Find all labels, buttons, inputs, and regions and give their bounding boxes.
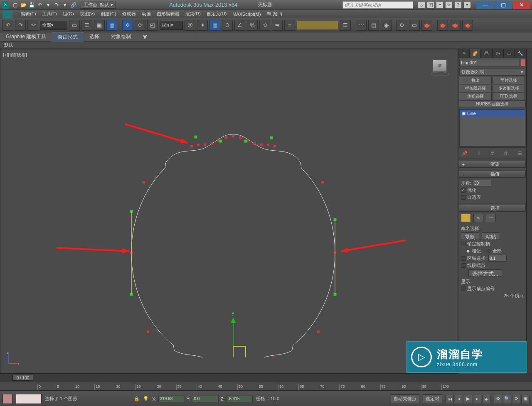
play-icon[interactable]: ▶ [464,395,472,403]
create-tab-icon[interactable]: ✳ [458,49,470,58]
viewport-canvas[interactable] [0,49,443,357]
goto-end-icon[interactable]: ⏭ [482,395,490,403]
select-name-button[interactable]: ☰ [81,20,92,31]
mod-btn-ffdsel[interactable]: FFD 选择 [492,93,525,100]
render-frame-button[interactable]: ▭ [409,20,420,31]
mod-btn-nurbs[interactable]: NURBS 曲面选择 [459,100,526,108]
menu-help[interactable]: 帮助(H) [267,11,282,17]
viewcube-face[interactable]: 前 [433,59,447,72]
key-icon[interactable]: ⚿ [427,2,434,8]
rollout-selection-header[interactable]: - 选择 [459,205,526,212]
menu-grapheditors[interactable]: 图形编辑器 [157,11,180,17]
select-by-button[interactable]: 选择方式... [468,269,502,277]
new-icon[interactable]: ▢ [12,2,18,8]
mod-btn-polysel[interactable]: 多边形选择 [492,85,525,92]
lock-selection-icon[interactable]: 🔒 [134,396,140,401]
expand-icon[interactable]: ▣ [461,110,466,116]
pin-stack-icon[interactable]: 📌 [461,149,468,157]
search-input[interactable] [342,1,413,9]
menu-views[interactable]: 视图(V) [80,11,95,17]
time-ruler[interactable]: 05 1015 2025 3035 4045 5055 6065 7075 80… [0,382,532,390]
motion-tab-icon[interactable]: ◷ [493,49,504,58]
orbit-icon[interactable]: ⟳ [512,395,520,403]
show-end-result-icon[interactable]: Ⅱ [475,149,482,157]
close-button[interactable]: ✕ [513,1,530,9]
redo-icon[interactable]: ↷ [53,2,60,8]
ribbon-sub-label[interactable]: 默认 [4,42,13,48]
spinner-snap-button[interactable]: ⟲ [259,20,270,31]
selected-key-button[interactable]: 选定对 [423,394,442,403]
app-icon[interactable]: 3 [2,1,9,9]
autokey-button[interactable]: 自动关键点 [391,394,419,403]
render-setup-button[interactable]: ⚙ [397,20,407,31]
scale-button[interactable]: ◰ [147,20,158,31]
object-color-swatch[interactable] [521,59,525,66]
segment-end-checkbox[interactable] [461,263,466,268]
make-unique-icon[interactable]: ∀ [489,149,496,157]
rollout-interp-header[interactable]: - 插值 [459,171,526,178]
mod-btn-extrude[interactable]: 挤出 [459,77,492,84]
ribbon-tab-selection[interactable]: 选择 [84,32,105,42]
z-field[interactable] [226,396,253,402]
menu-create[interactable]: 创建(C) [101,11,116,17]
rollout-render-header[interactable]: + 渲染 [459,161,526,168]
hierarchy-tab-icon[interactable]: 品 [481,49,492,58]
menu-edit[interactable]: 编辑(E) [21,11,36,17]
ribbon-tab-objectpaint[interactable]: 对象绘制 [105,32,137,42]
favorite-icon[interactable]: ☆ [446,2,452,8]
zoom-icon[interactable]: 🔍 [503,395,511,403]
steps-spinner[interactable] [473,180,491,186]
area-select-checkbox[interactable] [461,256,466,261]
undo-button[interactable]: ↶ [2,20,13,31]
prev-frame-icon[interactable]: ◂ [455,395,463,403]
lock-handles-checkbox[interactable] [461,242,466,246]
viewcube[interactable]: 前 [431,58,449,76]
redo-button[interactable]: ↷ [15,20,26,31]
select-object-button[interactable]: ▭ [69,20,80,31]
x-field[interactable] [158,396,185,402]
link-button[interactable]: ⫘ [27,20,38,31]
help-icon[interactable]: ? [455,2,461,8]
isolate-icon[interactable]: 💡 [143,396,149,401]
mod-btn-splinesel[interactable]: 样条线选择 [459,85,492,92]
time-slider[interactable]: 0 / 100 [12,375,33,381]
mirror-button[interactable]: ⇋ [272,20,283,31]
display-tab-icon[interactable]: ▭ [504,49,515,58]
minimize-button[interactable]: — [476,1,494,9]
percent-snap-button[interactable]: % [247,20,258,31]
named-selection-set[interactable] [297,21,338,30]
show-vertex-numbers-checkbox[interactable] [461,286,466,291]
similar-radio[interactable] [466,249,470,253]
remove-mod-icon[interactable]: 🗑 [502,149,510,157]
segment-level-icon[interactable]: ∿ [473,214,483,222]
viewcube-compass[interactable] [431,72,449,76]
utilities-tab-icon[interactable]: 🔧 [515,49,526,58]
teapot-icon[interactable]: 🫖 [450,20,461,31]
next-frame-icon[interactable]: ▸ [473,395,481,403]
render-button[interactable]: 🫖 [421,20,432,31]
mod-btn-patchsel[interactable]: 面片选择 [492,77,525,84]
maximize-button[interactable]: ▢ [495,1,512,9]
panel-gutter[interactable] [526,49,532,374]
modifier-list-dropdown[interactable]: 修改器列表▾ [459,68,525,76]
menu-modifiers[interactable]: 修改器 [122,11,136,17]
area-select-spinner[interactable] [488,255,507,262]
menu-tools[interactable]: 工具(T) [42,11,57,17]
pivot-button[interactable]: ⦿ [185,20,195,31]
quick-render-button[interactable]: 🫖 [437,20,448,31]
optimize-checkbox[interactable] [461,188,466,193]
link-icon[interactable]: 🔗 [70,2,76,8]
mod-btn-volsel[interactable]: 体积选择 [459,93,492,100]
time-slider-track[interactable]: 0 / 100 [0,374,532,382]
selection-filter[interactable]: 全部 ▾ [40,21,67,30]
menu-maxscript[interactable]: MAXScript(M) [232,12,261,17]
spline-level-icon[interactable]: 〰 [486,214,496,222]
redo-drop-icon[interactable]: ▾ [62,2,68,8]
teapot2-icon[interactable]: 🫖 [462,20,473,31]
schematic-view-button[interactable]: ▤ [368,20,379,31]
ribbon-tab-freeform[interactable]: 自由形式 [52,32,84,42]
viewport[interactable]: [+][前][线框] 前 z x [0,49,458,374]
save-icon[interactable]: 💾 [28,2,35,8]
modify-tab-icon[interactable]: 🌈 [470,49,481,58]
ribbon-tab-graphite[interactable]: Graphite 建模工具 [0,32,52,42]
